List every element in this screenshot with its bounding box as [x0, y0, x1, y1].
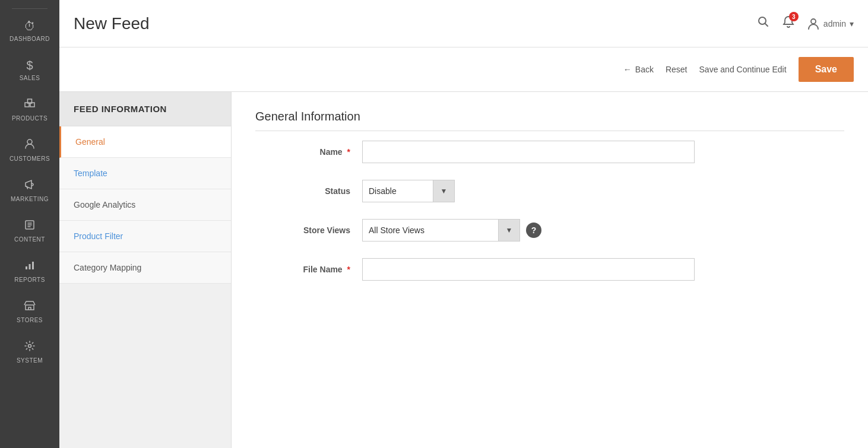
sidebar-item-dashboard[interactable]: ⏱ DASHBOARD — [0, 11, 59, 50]
sidebar-item-label: MARKETING — [11, 196, 49, 202]
nav-item-general-label: General — [75, 137, 105, 147]
file-name-label: File Name * — [255, 265, 350, 274]
status-label: Status — [255, 186, 350, 196]
sidebar-item-label: DASHBOARD — [9, 36, 50, 42]
sidebar-item-label: CUSTOMERS — [9, 155, 50, 162]
svg-point-10 — [811, 19, 816, 24]
sidebar-item-reports[interactable]: REPORTS — [0, 251, 59, 291]
user-menu-button[interactable]: admin ▾ — [807, 17, 854, 30]
nav-item-product-filter-label: Product Filter — [74, 231, 123, 241]
svg-rect-6 — [29, 264, 31, 269]
form-section-title: General Information — [255, 110, 844, 131]
header-right: 3 admin ▾ — [757, 15, 854, 31]
save-continue-label: Save and Continue Edit — [699, 65, 787, 74]
store-views-help-icon[interactable]: ? — [526, 223, 541, 238]
status-field-row: Status Disable Enable ▼ — [255, 180, 844, 202]
sidebar: ⏱ DASHBOARD $ SALES PRODUCTS CUSTOMERS M… — [0, 0, 59, 448]
status-select-arrow[interactable]: ▼ — [433, 180, 455, 202]
nav-item-template[interactable]: Template — [59, 158, 231, 189]
reset-label: Reset — [666, 65, 688, 74]
sidebar-item-customers[interactable]: CUSTOMERS — [0, 130, 59, 170]
store-views-field-row: Store Views All Store Views ▼ ? — [255, 219, 844, 242]
content-icon — [24, 219, 36, 234]
marketing-icon — [24, 179, 36, 193]
name-label: Name * — [255, 147, 350, 157]
sales-icon: $ — [26, 59, 33, 72]
svg-point-8 — [28, 345, 31, 348]
svg-rect-7 — [32, 262, 34, 269]
nav-item-category-mapping-label: Category Mapping — [74, 263, 141, 272]
save-label: Save — [815, 64, 837, 74]
save-continue-button[interactable]: Save and Continue Edit — [699, 65, 787, 74]
action-bar: ← Back Reset Save and Continue Edit Save — [59, 47, 868, 92]
store-views-label: Store Views — [255, 225, 350, 235]
file-name-field-row: File Name * — [255, 258, 844, 281]
page-title: New Feed — [74, 14, 150, 33]
save-button[interactable]: Save — [799, 57, 854, 82]
sidebar-item-marketing[interactable]: MARKETING — [0, 170, 59, 211]
content-area: FEED INFORMATION General Template Google… — [59, 92, 868, 448]
main-content: New Feed 3 admin ▾ ← Back Reset Save a — [59, 0, 868, 448]
nav-item-google-analytics[interactable]: Google Analytics — [59, 189, 231, 221]
sidebar-item-label: PRODUCTS — [12, 115, 47, 122]
back-button[interactable]: ← Back — [623, 65, 654, 74]
sidebar-item-label: SYSTEM — [17, 357, 43, 364]
back-label: Back — [635, 65, 654, 74]
back-arrow-icon: ← — [623, 65, 632, 74]
store-views-select-arrow[interactable]: ▼ — [499, 219, 520, 242]
sidebar-item-stores[interactable]: STORES — [0, 291, 59, 332]
notification-count: 3 — [789, 12, 799, 21]
nav-item-category-mapping[interactable]: Category Mapping — [59, 252, 231, 284]
store-views-select-group: All Store Views ▼ — [362, 219, 520, 242]
svg-point-3 — [27, 139, 32, 144]
top-header: New Feed 3 admin ▾ — [59, 0, 868, 47]
sidebar-item-products[interactable]: PRODUCTS — [0, 90, 59, 130]
nav-item-product-filter[interactable]: Product Filter — [59, 221, 231, 252]
left-nav-header: FEED INFORMATION — [59, 92, 231, 126]
gear-icon — [24, 340, 36, 355]
search-button[interactable] — [757, 15, 770, 31]
sidebar-item-label: SALES — [20, 75, 40, 81]
name-field-row: Name * — [255, 141, 844, 163]
nav-item-template-label: Template — [74, 169, 107, 178]
sidebar-item-content[interactable]: CONTENT — [0, 211, 59, 251]
name-required-star: * — [347, 147, 350, 157]
products-icon — [24, 98, 36, 113]
dashboard-icon: ⏱ — [24, 20, 36, 33]
user-name: admin — [823, 19, 846, 28]
file-name-input[interactable] — [362, 258, 695, 281]
status-select-wrapper: Disable Enable ▼ — [362, 180, 455, 202]
notification-button[interactable]: 3 — [782, 15, 795, 31]
user-dropdown-icon: ▾ — [850, 19, 854, 28]
svg-point-9 — [759, 17, 766, 24]
name-input[interactable] — [362, 141, 695, 163]
store-views-wrapper: All Store Views ▼ ? — [362, 219, 541, 242]
reset-button[interactable]: Reset — [666, 65, 688, 74]
nav-item-general[interactable]: General — [59, 126, 231, 158]
store-views-select[interactable]: All Store Views — [362, 219, 499, 242]
sidebar-item-sales[interactable]: $ SALES — [0, 50, 59, 90]
left-nav: FEED INFORMATION General Template Google… — [59, 92, 232, 448]
svg-rect-5 — [26, 266, 27, 269]
status-select[interactable]: Disable Enable — [362, 180, 433, 202]
sidebar-item-system[interactable]: SYSTEM — [0, 332, 59, 372]
customers-icon — [24, 138, 36, 153]
sidebar-item-label: STORES — [17, 317, 43, 323]
file-name-required-star: * — [347, 265, 350, 274]
form-area: General Information Name * Status Disabl… — [232, 92, 868, 448]
sidebar-item-label: CONTENT — [14, 236, 45, 243]
sidebar-item-label: REPORTS — [14, 277, 45, 283]
sidebar-top-divider — [12, 8, 47, 9]
stores-icon — [24, 300, 36, 314]
nav-item-google-analytics-label: Google Analytics — [74, 200, 135, 209]
reports-icon — [24, 259, 36, 274]
